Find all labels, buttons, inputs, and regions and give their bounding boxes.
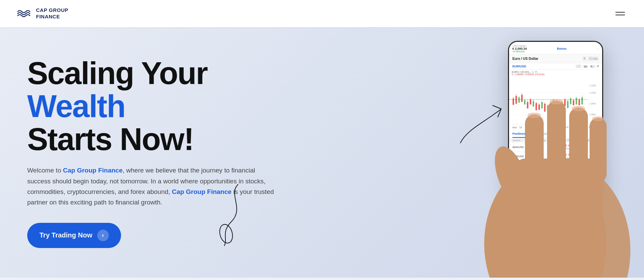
hero-section: Scaling Your Wealth Starts Now! Welcome …: [0, 27, 644, 278]
logo-icon: [16, 6, 31, 21]
logo-text: CAP GROUP FINANCE: [36, 7, 68, 20]
site-header: CAP GROUP FINANCE: [0, 0, 644, 27]
cta-button[interactable]: Try Trading Now ›: [27, 223, 121, 248]
svg-point-12: [572, 106, 585, 111]
desc-before-brand1: Welcome to: [27, 167, 63, 174]
svg-rect-9: [522, 244, 596, 278]
svg-point-11: [549, 99, 563, 104]
headline-wealth: Wealth: [27, 89, 125, 123]
brand-link-2: Cap Group Finance: [172, 188, 232, 195]
cta-arrow: ›: [97, 230, 109, 241]
phone-container: Used margin € 2,000.34 +0.00519% Bonus ·…: [386, 27, 644, 278]
headline-line3: Starts Now!: [27, 122, 193, 157]
cta-label: Try Trading Now: [39, 231, 92, 239]
svg-point-10: [527, 113, 541, 118]
hero-content: Scaling Your Wealth Starts Now! Welcome …: [27, 57, 279, 248]
brand-link-1: Cap Group Finance: [63, 167, 122, 174]
hero-headline: Scaling Your Wealth Starts Now!: [27, 57, 279, 155]
hamburger-menu[interactable]: [613, 9, 628, 18]
svg-point-13: [592, 116, 604, 121]
logo-area: CAP GROUP FINANCE: [16, 6, 68, 21]
svg-rect-8: [515, 159, 603, 254]
hero-description: Welcome to Cap Group Finance, where we b…: [27, 165, 279, 208]
hand-svg: [426, 46, 644, 278]
headline-line1: Scaling Your: [27, 56, 207, 90]
